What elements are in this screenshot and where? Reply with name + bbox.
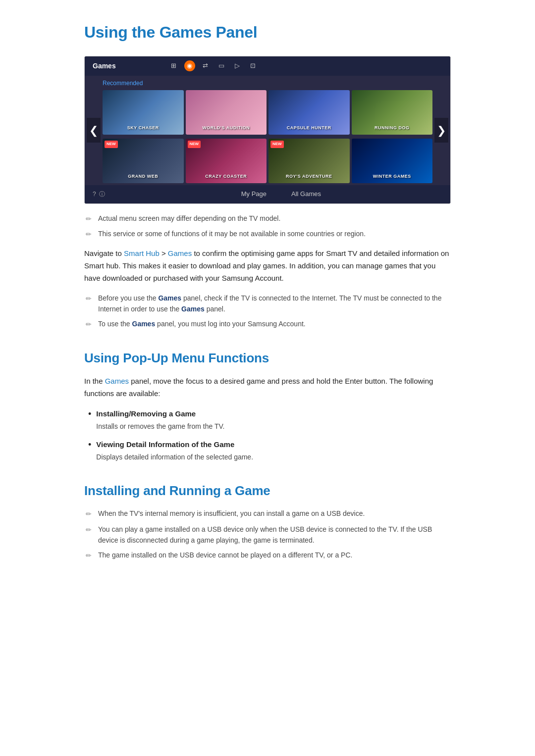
note-install-3: ✏ The game installed on the USB device c… [84, 550, 451, 561]
notes-section2: ✏ Before you use the Games panel, check … [84, 293, 451, 330]
bullet-desc-1: Installs or removes the game from the TV… [96, 421, 224, 432]
panel-icon-active: ◉ [184, 60, 195, 71]
note-icon-5: ✏ [84, 508, 93, 519]
popup-menu-title: Using Pop-Up Menu Functions [84, 348, 451, 369]
note-install-text-3: The game installed on the USB device can… [98, 550, 352, 560]
panel-title: Games [93, 60, 116, 71]
games-panel-screenshot: Games ⊞ ◉ ⇄ ▭ ▷ ⊡ ❮ Recommended SKY CHAS… [84, 56, 451, 203]
note-install-2: ✏ You can play a game installed on a USB… [84, 524, 451, 546]
notes-section1: ✏ Actual menu screen may differ dependin… [84, 213, 451, 240]
smart-hub-link[interactable]: Smart Hub [124, 249, 160, 257]
section-installing: Installing and Running a Game ✏ When the… [84, 481, 451, 561]
games-link-1[interactable]: Games [168, 249, 192, 257]
games-grid-row1: SKY CHASER WORLD'S AUDITION CAPSULE HUNT… [103, 90, 432, 137]
new-badge-roy: NEW [270, 141, 284, 148]
note-text-2: This service or some of functions of it … [98, 228, 366, 239]
bullet-dot-2: • [88, 439, 91, 451]
games-grid-row2: NEW GRAND WEB NEW CRAZY COASTER NEW ROY'… [103, 139, 432, 185]
new-badge-coaster: NEW [188, 141, 201, 148]
game-tile-winter-games[interactable]: WINTER GAMES [352, 139, 433, 183]
panel-icon-share: ⇄ [200, 60, 211, 71]
bullet-content-1: Installing/Removing a Game Installs or r… [96, 408, 224, 432]
my-page-nav[interactable]: My Page [241, 189, 267, 200]
note-install-text-1: When the TV's internal memory is insuffi… [98, 508, 365, 519]
panel-header: Games ⊞ ◉ ⇄ ▭ ▷ ⊡ [85, 56, 450, 75]
note-icon-4: ✏ [84, 319, 93, 330]
note-install-1: ✏ When the TV's internal memory is insuf… [84, 508, 451, 519]
note-icon-7: ✏ [84, 550, 93, 561]
note-text-4: To use the Games panel, you must log int… [98, 318, 306, 329]
page-container: Using the Games Panel Games ⊞ ◉ ⇄ ▭ ▷ ⊡ … [54, 0, 481, 603]
installing-notes: ✏ When the TV's internal memory is insuf… [84, 508, 451, 561]
main-title: Using the Games Panel [84, 20, 451, 45]
bullet-title-2: Viewing Detail Information of the Game [96, 439, 253, 451]
panel-icon-play: ▷ [232, 60, 243, 71]
recommended-label: Recommended [103, 76, 432, 90]
note-text-1: Actual menu screen may differ depending … [98, 213, 280, 224]
bullet-content-2: Viewing Detail Information of the Game D… [96, 439, 253, 462]
new-badge-grand: NEW [105, 141, 118, 148]
info-circle-icon: ⓘ [99, 190, 105, 199]
bullet-dot-1: • [88, 408, 91, 420]
note-icon-3: ✏ [84, 293, 93, 304]
note-item-2: ✏ This service or some of functions of i… [84, 228, 451, 240]
game-tile-running-dog[interactable]: RUNNING DOG [352, 90, 433, 135]
note-item-3: ✏ Before you use the Games panel, check … [84, 293, 451, 315]
note-icon-2: ✏ [84, 229, 93, 240]
note-install-text-2: You can play a game installed on a USB d… [98, 524, 451, 546]
note-icon-1: ✏ [84, 213, 93, 224]
bullet-viewing: • Viewing Detail Information of the Game… [88, 439, 451, 462]
intro-paragraph: Navigate to Smart Hub > Games to confirm… [84, 248, 451, 284]
note-item-1: ✏ Actual menu screen may differ dependin… [84, 213, 451, 224]
game-tile-capsule-hunter[interactable]: CAPSULE HUNTER [268, 90, 350, 135]
game-tile-grand-web[interactable]: NEW GRAND WEB [103, 139, 184, 183]
panel-icon-folder: ▭ [216, 60, 227, 71]
bullet-installing: • Installing/Removing a Game Installs or… [88, 408, 451, 432]
panel-icons: ⊞ ◉ ⇄ ▭ ▷ ⊡ [168, 60, 259, 71]
panel-footer: ? ⓘ My Page All Games [85, 185, 450, 203]
installing-title: Installing and Running a Game [84, 481, 451, 502]
note-icon-6: ✏ [84, 524, 93, 535]
panel-icon-info: ⊡ [248, 60, 259, 71]
bullet-desc-2: Displays detailed information of the sel… [96, 452, 253, 462]
popup-bullet-list: • Installing/Removing a Game Installs or… [84, 408, 451, 463]
game-tile-crazy-coaster[interactable]: NEW CRAZY COASTER [186, 139, 267, 183]
nav-arrow-left[interactable]: ❮ [87, 118, 101, 143]
popup-menu-intro: In the Games panel, move the focus to a … [84, 375, 451, 400]
games-link-2[interactable]: Games [105, 377, 129, 385]
panel-body: ❮ Recommended SKY CHASER WORLD'S AUDITIO… [85, 76, 450, 185]
help-icon: ? [93, 190, 96, 199]
note-item-4: ✏ To use the Games panel, you must log i… [84, 318, 451, 330]
panel-icon-grid: ⊞ [168, 60, 179, 71]
game-tile-sky-chaser[interactable]: SKY CHASER [103, 90, 184, 135]
all-games-nav[interactable]: All Games [291, 189, 321, 200]
game-tile-world-audition[interactable]: WORLD'S AUDITION [186, 90, 267, 135]
panel-footer-nav: My Page All Games [120, 189, 442, 200]
bullet-title-1: Installing/Removing a Game [96, 408, 224, 420]
nav-arrow-right[interactable]: ❯ [434, 118, 448, 143]
section-popup-menu: Using Pop-Up Menu Functions In the Games… [84, 348, 451, 463]
panel-footer-icons: ? ⓘ [93, 190, 105, 199]
game-tile-roys-adventure[interactable]: NEW ROY'S ADVENTURE [268, 139, 350, 183]
note-text-3: Before you use the Games panel, check if… [98, 293, 451, 315]
